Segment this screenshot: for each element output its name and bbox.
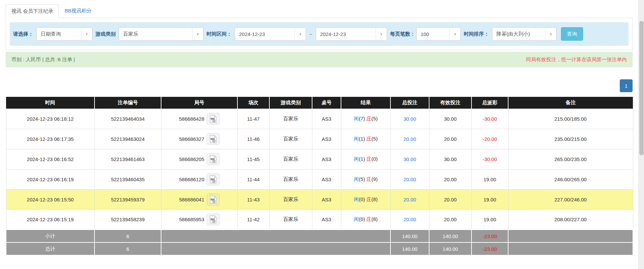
cell-payout: -30.00: [471, 109, 508, 129]
footer-total-bet: 140.00: [390, 242, 429, 255]
footer-count: 6: [94, 242, 161, 255]
footer-note: [508, 230, 633, 242]
column-header-note: 备注: [508, 97, 633, 109]
cell-bet-id: 522139458239: [94, 209, 161, 230]
bet-record-row: 2024-12-23 06:18:12522139464034586686428…: [6, 109, 633, 129]
video-replay-button[interactable]: [207, 214, 220, 225]
cell-result: 闲(0) 庄(8): [341, 209, 390, 230]
footer-valid-bet: 140.00: [429, 242, 471, 255]
video-replay-button[interactable]: [207, 174, 220, 185]
round-id-value: 586686120: [179, 177, 204, 182]
result-player: 闲: [354, 176, 359, 182]
cell-note: 235.00/215.00: [508, 129, 633, 149]
query-mode-select[interactable]: 日期查询 ▾: [36, 27, 92, 41]
date-from-select[interactable]: 2024-12-23 ▾: [235, 27, 306, 41]
game-type-select[interactable]: 百家乐 ▾: [119, 27, 203, 41]
chevron-down-icon: ▾: [545, 28, 556, 40]
round-id-value: 586686041: [179, 197, 204, 202]
search-button[interactable]: 查询: [561, 27, 583, 41]
cell-result: 闲(1) 庄(0): [341, 149, 390, 169]
cell-total-bet: 30.00: [390, 149, 429, 169]
cell-note: 215.00/185.00: [508, 109, 633, 129]
result-player: 闲: [354, 136, 359, 142]
chevron-down-icon: ▾: [376, 28, 387, 40]
result-player: 闲: [354, 116, 359, 121]
column-header-session: 场次: [237, 97, 269, 109]
cell-session: 11-45: [237, 149, 269, 169]
tab-video-bet-records[interactable]: 视讯 会员下注纪录: [6, 4, 59, 18]
video-replay-button[interactable]: [207, 153, 220, 165]
cell-table-no: AS3: [312, 209, 341, 230]
sort-order-select[interactable]: 降幂(由大到小) ▾: [492, 27, 557, 41]
game-type-label: 游戏类别: [96, 31, 116, 37]
column-header-valid-bet: 有效投注: [429, 97, 471, 109]
tab-bb-video-points[interactable]: BB视讯积分: [59, 4, 97, 18]
date-to-select[interactable]: 2024-12-23 ▾: [316, 27, 387, 41]
result-banker: 庄: [367, 156, 372, 162]
scrollbar-track[interactable]: [638, 0, 644, 269]
result-banker: 庄: [367, 176, 372, 182]
footer-valid-bet: 140.00: [429, 230, 471, 242]
column-header-bet-id: 注单编号: [94, 97, 161, 109]
summary-currency-total-text: 币别 : 人民币 | 总共 :6 注单 |: [11, 56, 75, 63]
cell-payout: 19.00: [471, 169, 508, 189]
cell-result: 闲(5) 庄(9): [341, 169, 390, 189]
cell-session: 11-44: [237, 169, 269, 189]
result-banker: 庄: [367, 216, 372, 222]
column-header-round-id: 局号: [161, 97, 237, 109]
cell-total-bet: 20.00: [390, 129, 429, 149]
bet-record-row: 2024-12-23 06:16:19522139460435586686120…: [6, 169, 633, 189]
pagination-page-1[interactable]: 1: [620, 79, 633, 92]
result-banker: 庄: [367, 116, 372, 121]
cell-total-bet: 20.00: [390, 189, 429, 209]
video-file-icon: [209, 155, 217, 163]
cell-round-id: 586686205: [161, 149, 237, 169]
video-replay-button[interactable]: [207, 194, 220, 205]
result-player: 闲: [354, 216, 359, 222]
result-banker: 庄: [367, 196, 372, 202]
round-id-value: 586686327: [179, 136, 204, 142]
cell-round-id: 586686428: [161, 109, 237, 129]
video-file-icon: [209, 115, 217, 123]
range-separator: ~: [309, 31, 313, 37]
cell-bet-id: 522139459379: [94, 189, 161, 209]
cell-bet-id: 522139464034: [94, 109, 161, 129]
page-size-select[interactable]: 100 ▾: [416, 27, 461, 41]
pagination: 1: [6, 79, 633, 92]
grand-total-row: 总计6140.00140.00-23.00: [6, 242, 633, 255]
cell-game-type: 百家乐: [269, 149, 312, 169]
filter-bar: 请选择： 日期查询 ▾ 游戏类别 百家乐 ▾ 时间区间： 2024-12-23 …: [10, 22, 629, 46]
cell-game-type: 百家乐: [269, 209, 312, 230]
cell-valid-bet: 20.00: [429, 169, 471, 189]
cell-game-type: 百家乐: [269, 109, 312, 129]
cell-time: 2024-12-23 06:16:52: [6, 149, 94, 169]
cell-table-no: AS3: [312, 149, 341, 169]
video-file-icon: [209, 215, 217, 224]
column-header-total-bet: 总投注: [390, 97, 429, 109]
chevron-down-icon: ▾: [295, 28, 306, 40]
sort-order-value: 降幂(由大到小): [492, 31, 545, 37]
scrollbar-thumb[interactable]: [639, 21, 644, 155]
cell-round-id: 586685953: [161, 209, 237, 230]
video-replay-button[interactable]: [207, 113, 220, 125]
cell-note: 208.00/227.00: [508, 209, 633, 230]
cell-session: 11-43: [237, 189, 269, 209]
video-file-icon: [209, 195, 217, 204]
cell-payout: 19.00: [471, 189, 508, 209]
time-range-label: 时间区间：: [206, 31, 232, 37]
cell-total-bet: 30.00: [390, 109, 429, 129]
cell-bet-id: 522139461463: [94, 149, 161, 169]
cell-table-no: AS3: [312, 109, 341, 129]
cell-game-type: 百家乐: [269, 169, 312, 189]
cell-total-bet: 20.00: [390, 209, 429, 230]
column-header-game-type: 游戏类别: [269, 97, 312, 109]
tab-bar: 视讯 会员下注纪录 BB视讯积分: [6, 4, 633, 18]
filter-panel: 请选择： 日期查询 ▾ 游戏类别 百家乐 ▾ 时间区间： 2024-12-23 …: [6, 18, 633, 50]
page-size-label: 每页笔数 :: [390, 31, 413, 37]
cell-result: 闲(7) 庄(5): [341, 109, 390, 129]
round-id-value: 586686205: [179, 156, 204, 162]
video-replay-button[interactable]: [207, 133, 220, 145]
cell-round-id: 586686327: [161, 129, 237, 149]
round-id-value: 586686428: [179, 116, 204, 122]
page-size-value: 100: [417, 31, 449, 37]
